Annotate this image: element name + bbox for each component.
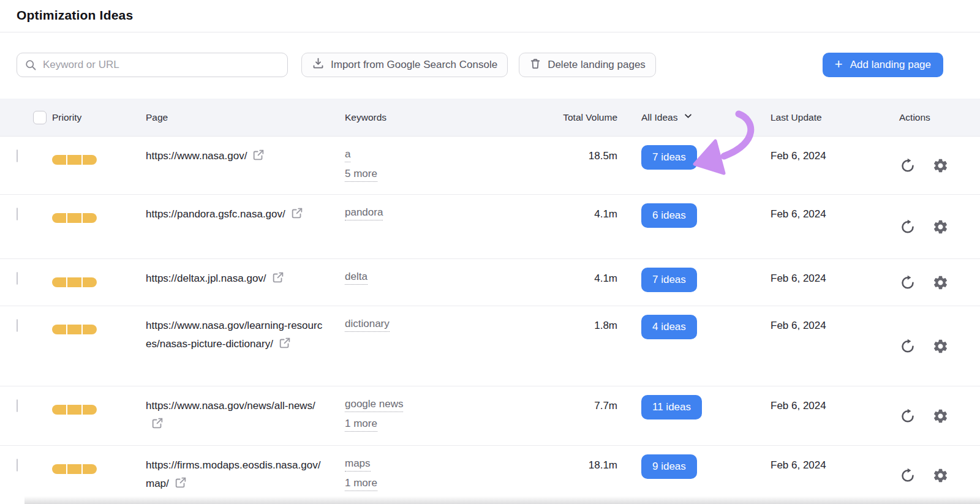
column-total-volume: Total Volume	[551, 112, 617, 123]
ideas-button[interactable]: 4 ideas	[641, 315, 697, 339]
page-url: https://deltax.jpl.nasa.gov/	[146, 273, 266, 284]
delete-landing-pages-label: Delete landing pages	[548, 59, 646, 71]
refresh-icon[interactable]	[899, 157, 916, 174]
ideas-button[interactable]: 7 ideas	[641, 145, 697, 170]
last-update-value: Feb 6, 2024	[771, 137, 895, 175]
table-header-row: Priority Page Keywords Total Volume All …	[0, 99, 980, 137]
ideas-button[interactable]: 11 ideas	[641, 395, 702, 419]
table-row: https://www.nasa.gov/ a5 more 18.5m 7 id…	[0, 137, 980, 195]
total-volume-value: 18.5m	[551, 137, 617, 175]
page-url: https://firms.modaps.eosdis.nasa.gov/map…	[146, 459, 320, 489]
toolbar: Import from Google Search Console Delete…	[17, 53, 943, 77]
keyword-link[interactable]: dictionary	[345, 317, 390, 332]
gear-icon[interactable]	[932, 408, 949, 424]
ideas-button[interactable]: 7 ideas	[641, 268, 697, 292]
refresh-icon[interactable]	[899, 274, 916, 291]
column-page: Page	[146, 112, 345, 123]
header-divider	[0, 32, 980, 32]
column-keywords: Keywords	[345, 112, 551, 123]
optimization-ideas-page: Optimization Ideas Import from Google Se…	[0, 0, 980, 504]
ideas-button[interactable]: 9 ideas	[641, 454, 697, 479]
add-landing-page-label: Add landing page	[850, 59, 931, 71]
row-checkbox[interactable]	[17, 272, 18, 285]
all-ideas-label: All Ideas	[641, 112, 677, 123]
row-checkbox[interactable]	[17, 319, 18, 332]
priority-indicator	[52, 325, 97, 334]
more-keywords-link[interactable]: 5 more	[345, 167, 377, 182]
table-row: https://firms.modaps.eosdis.nasa.gov/map…	[0, 446, 980, 504]
gear-icon[interactable]	[932, 219, 949, 235]
search-input[interactable]	[17, 53, 288, 77]
select-all-checkbox[interactable]	[33, 111, 47, 124]
total-volume-value: 7.7m	[551, 386, 617, 424]
gear-icon[interactable]	[932, 157, 949, 174]
refresh-icon[interactable]	[899, 337, 916, 355]
column-last-update: Last Update	[771, 112, 895, 123]
external-link-icon[interactable]	[174, 476, 187, 495]
total-volume-value: 18.1m	[551, 446, 617, 484]
gear-icon[interactable]	[932, 338, 949, 355]
page-url: https://www.nasa.gov/news/all-news/	[146, 400, 315, 412]
external-link-icon[interactable]	[151, 416, 164, 436]
table-body: https://www.nasa.gov/ a5 more 18.5m 7 id…	[0, 137, 980, 504]
import-gsc-button[interactable]: Import from Google Search Console	[301, 53, 508, 77]
search-icon	[24, 59, 37, 73]
last-update-value: Feb 6, 2024	[771, 386, 895, 424]
external-link-icon[interactable]	[271, 271, 285, 290]
column-actions: Actions	[895, 112, 980, 123]
column-priority: Priority	[52, 112, 146, 123]
table-row: https://www.nasa.gov/learning-resources/…	[0, 306, 980, 386]
last-update-value: Feb 6, 2024	[771, 306, 895, 344]
page-url: https://www.nasa.gov/learning-resources/…	[146, 320, 322, 350]
more-keywords-link[interactable]: 1 more	[345, 416, 377, 432]
table-row: https://pandora.gsfc.nasa.gov/ pandora 4…	[0, 195, 980, 259]
row-checkbox[interactable]	[17, 459, 18, 472]
priority-indicator	[52, 277, 97, 287]
keyword-link[interactable]: delta	[345, 269, 368, 285]
search-box	[17, 53, 288, 77]
all-ideas-filter[interactable]: All Ideas	[641, 111, 693, 123]
add-landing-page-button[interactable]: + Add landing page	[823, 53, 943, 77]
row-checkbox[interactable]	[17, 399, 18, 412]
bottom-edge-shadow	[24, 496, 980, 504]
landing-pages-table: Priority Page Keywords Total Volume All …	[0, 99, 980, 504]
external-link-icon[interactable]	[290, 206, 304, 226]
row-checkbox[interactable]	[17, 149, 18, 162]
total-volume-value: 4.1m	[551, 195, 617, 233]
table-row: https://www.nasa.gov/news/all-news/ goog…	[0, 386, 980, 446]
priority-indicator	[52, 405, 97, 415]
ideas-button[interactable]: 6 ideas	[641, 203, 697, 228]
import-gsc-label: Import from Google Search Console	[331, 59, 497, 71]
keyword-link[interactable]: a	[345, 147, 350, 162]
priority-indicator	[52, 213, 97, 223]
priority-indicator	[52, 155, 97, 165]
gear-icon[interactable]	[932, 467, 949, 484]
refresh-icon[interactable]	[899, 407, 916, 424]
priority-indicator	[52, 464, 97, 474]
table-row: https://deltax.jpl.nasa.gov/ delta 4.1m …	[0, 259, 980, 306]
keyword-link[interactable]: maps	[345, 456, 371, 472]
keyword-link[interactable]: google news	[345, 397, 403, 412]
delete-landing-pages-button[interactable]: Delete landing pages	[519, 53, 656, 77]
external-link-icon[interactable]	[252, 148, 265, 168]
chevron-down-icon	[684, 111, 693, 123]
page-title: Optimization Ideas	[17, 8, 963, 23]
page-url: https://www.nasa.gov/	[146, 150, 247, 162]
last-update-value: Feb 6, 2024	[771, 446, 895, 484]
more-keywords-link[interactable]: 1 more	[345, 476, 377, 491]
page-url: https://pandora.gsfc.nasa.gov/	[146, 208, 285, 220]
last-update-value: Feb 6, 2024	[771, 195, 895, 233]
row-checkbox[interactable]	[17, 208, 18, 220]
external-link-icon[interactable]	[278, 336, 292, 356]
page-header: Optimization Ideas	[0, 0, 980, 32]
refresh-icon[interactable]	[899, 467, 916, 484]
refresh-icon[interactable]	[899, 218, 916, 235]
total-volume-value: 1.8m	[551, 306, 617, 344]
trash-icon	[529, 58, 541, 73]
gear-icon[interactable]	[932, 274, 949, 291]
download-icon	[312, 57, 325, 73]
total-volume-value: 4.1m	[551, 259, 617, 297]
last-update-value: Feb 6, 2024	[771, 259, 895, 297]
plus-icon: +	[835, 58, 843, 71]
keyword-link[interactable]: pandora	[345, 205, 383, 220]
